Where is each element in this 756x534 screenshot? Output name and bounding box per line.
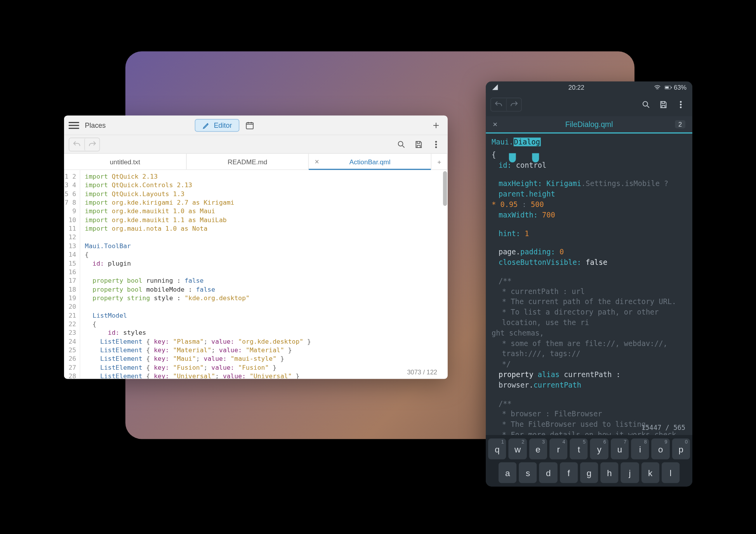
svg-point-3 [435, 143, 436, 144]
selection-handle-left[interactable] [509, 153, 516, 162]
key-y[interactable]: 6y [590, 438, 608, 459]
mobile-tab[interactable]: × FileDialog.qml 2 [486, 116, 692, 134]
key-a[interactable]: a [498, 462, 516, 483]
hamburger-menu-icon[interactable] [68, 122, 79, 129]
close-tab-icon[interactable]: × [493, 120, 497, 129]
key-p[interactable]: 0p [672, 438, 690, 459]
close-tab-icon[interactable]: × [315, 157, 319, 165]
new-window-button[interactable] [429, 118, 443, 132]
save-button[interactable] [412, 137, 426, 151]
toolbar [64, 135, 447, 154]
svg-point-10 [680, 104, 681, 105]
line-gutter: 1 2 3 4 5 6 7 8 9 10 11 12 13 14 15 16 1… [64, 170, 80, 379]
key-e[interactable]: 3e [529, 438, 547, 459]
text-selection: Dialog [513, 137, 540, 146]
key-h[interactable]: h [600, 462, 619, 483]
redo-button[interactable] [506, 98, 521, 111]
svg-point-4 [435, 146, 436, 147]
tab-count-badge: 2 [675, 120, 685, 128]
svg-point-8 [643, 101, 647, 106]
desktop-editor-window: Places Editor [64, 115, 447, 379]
code-content[interactable]: import QtQuick 2.13 import QtQuick.Contr… [80, 170, 447, 379]
overflow-menu-button[interactable] [429, 137, 443, 151]
redo-button[interactable] [84, 137, 99, 150]
svg-rect-0 [246, 122, 253, 129]
key-q[interactable]: 1q [488, 438, 506, 459]
header-bar: Places Editor [64, 115, 447, 135]
tab-readme[interactable]: README.md [186, 153, 309, 169]
calendar-icon[interactable] [243, 118, 257, 132]
wifi-icon [653, 83, 661, 90]
status-bar: 20:22 63% [486, 81, 692, 93]
key-i[interactable]: 8i [631, 438, 649, 459]
editor-mode-label: Editor [214, 121, 232, 129]
mobile-code-editor[interactable]: Maui.Dialog { id: control maxHeight: Kir… [486, 133, 692, 435]
key-w[interactable]: 2w [508, 438, 527, 459]
mobile-editor-window: 20:22 63% × FileDialog.qml 2 Maui.Dialog… [486, 81, 692, 486]
battery-indicator: 63% [664, 83, 686, 90]
pencil-icon [202, 121, 210, 129]
undo-button[interactable] [491, 98, 506, 111]
svg-rect-7 [671, 86, 672, 87]
search-button[interactable] [394, 137, 408, 151]
save-button[interactable] [656, 97, 670, 111]
key-k[interactable]: k [641, 462, 659, 483]
key-g[interactable]: g [580, 462, 598, 483]
svg-point-1 [398, 141, 403, 146]
key-l[interactable]: l [661, 462, 680, 483]
tab-actionbar[interactable]: × ActionBar.qml [309, 153, 431, 169]
key-s[interactable]: s [519, 462, 537, 483]
add-tab-button[interactable]: + [431, 153, 448, 169]
mobile-toolbar [486, 93, 692, 116]
key-d[interactable]: d [539, 462, 557, 483]
scrollbar-thumb[interactable] [443, 171, 447, 205]
cursor-position: 3073 / 122 [407, 368, 437, 375]
virtual-keyboard: 1q2w3e4r5t6y7u8i9o0p asdfghjkl [486, 435, 692, 487]
code-editor[interactable]: 1 2 3 4 5 6 7 8 9 10 11 12 13 14 15 16 1… [64, 170, 447, 379]
tab-untitled[interactable]: untitled.txt [64, 153, 186, 169]
clock: 20:22 [568, 83, 584, 90]
key-r[interactable]: 4r [549, 438, 567, 459]
undo-button[interactable] [69, 137, 84, 150]
tab-title: FileDialog.qml [565, 120, 613, 128]
editor-mode-button[interactable]: Editor [195, 118, 239, 131]
tabs-row: untitled.txt README.md × ActionBar.qml + [64, 153, 447, 170]
undo-redo-group [68, 137, 99, 151]
selection-handle-right[interactable] [532, 153, 539, 162]
search-button[interactable] [639, 97, 653, 111]
places-label: Places [85, 121, 106, 129]
cursor-position: 15447 / 565 [641, 422, 685, 433]
svg-point-11 [680, 106, 681, 108]
svg-point-2 [435, 141, 436, 142]
svg-point-9 [680, 101, 681, 102]
key-j[interactable]: j [620, 462, 639, 483]
undo-redo-group [490, 97, 521, 111]
signal-icon [492, 83, 499, 90]
key-t[interactable]: 5t [570, 438, 588, 459]
svg-rect-6 [665, 86, 669, 88]
overflow-menu-button[interactable] [674, 97, 688, 111]
key-f[interactable]: f [560, 462, 578, 483]
key-u[interactable]: 7u [610, 438, 629, 459]
vertical-scrollbar[interactable] [442, 170, 447, 379]
key-o[interactable]: 9o [651, 438, 669, 459]
